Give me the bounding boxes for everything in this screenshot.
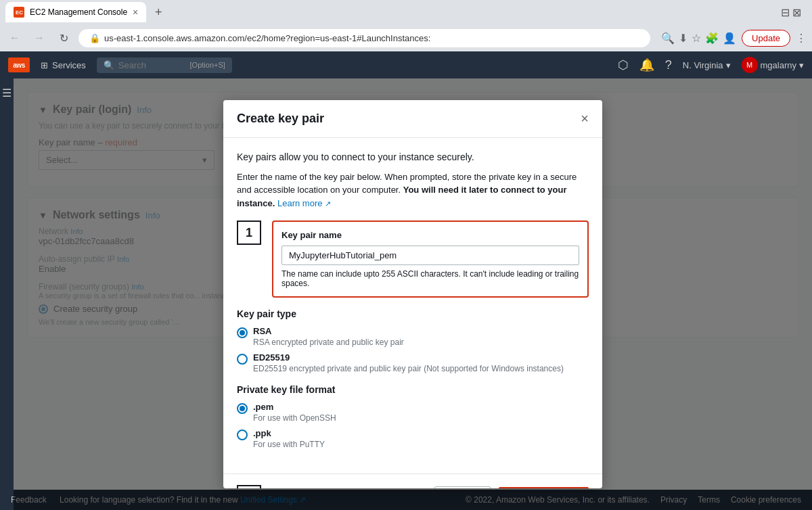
search-icon[interactable]: 🔍 [661, 32, 675, 45]
modal-header: Create key pair × [223, 100, 602, 138]
aws-nav-right: ⬡ 🔔 ? N. Virginia ▾ M mgalarny ▾ [618, 57, 804, 73]
private-key-format-title: Private key file format [237, 384, 589, 395]
keypair-type-title: Key pair type [237, 308, 589, 319]
aws-search-box[interactable]: 🔍 [Option+S] [97, 57, 232, 73]
keypair-type-section: Key pair type RSA RSA encrypted private … [237, 308, 589, 373]
help-icon[interactable]: ? [665, 58, 672, 72]
profile-icon[interactable]: 👤 [723, 32, 736, 45]
ppk-option[interactable]: .ppk For use with PuTTY [237, 428, 589, 449]
modal-close-button[interactable]: × [581, 111, 589, 126]
sidebar: ☰ [0, 78, 14, 510]
tab-favicon: EC [14, 7, 24, 18]
rsa-radio[interactable] [237, 327, 248, 338]
aws-nav-bar: aws ⊞ Services 🔍 [Option+S] ⬡ 🔔 ? N. Vir… [0, 51, 812, 78]
step-1-indicator: 1 [237, 221, 261, 245]
ed25519-label: ED25519 [253, 352, 564, 363]
maximize-icon[interactable]: ⊠ [792, 6, 801, 19]
keypair-name-input[interactable] [281, 246, 579, 265]
ppk-radio[interactable] [237, 430, 248, 440]
pem-option[interactable]: .pem For use with OpenSSH [237, 402, 589, 423]
modal-overlay: Create key pair × Key pairs allow you to… [14, 78, 812, 510]
ed25519-option-text: ED25519 ED25519 encrypted private and pu… [253, 352, 564, 373]
step-1-number: 1 [246, 226, 252, 240]
lock-icon: 🔒 [89, 33, 100, 43]
services-label: Services [52, 60, 86, 70]
grid-icon: ⊞ [41, 60, 48, 70]
browser-chrome: EC EC2 Management Console × + ⊟ ⊠ ← → ↻ … [0, 0, 812, 51]
url-text: us-east-1.console.aws.amazon.com/ec2/hom… [104, 33, 430, 43]
reload-button[interactable]: ↻ [54, 28, 73, 47]
user-menu[interactable]: M mgalarny ▾ [742, 57, 804, 73]
region-selector[interactable]: N. Virginia ▾ [683, 60, 731, 70]
keypair-name-section: Key pair name The name can include upto … [272, 221, 589, 298]
browser-window-controls: ⊟ ⊠ [781, 6, 807, 19]
user-chevron-icon: ▾ [799, 60, 804, 70]
modal-title: Create key pair [237, 112, 324, 126]
step-2-indicator: 2 [237, 485, 261, 488]
main-content: ☰ ▼ Key pair (login) Info You can use a … [0, 78, 812, 510]
step-2-container: 2 [237, 485, 261, 488]
tab-bar: EC EC2 Management Console × + ⊟ ⊠ [0, 0, 812, 24]
services-menu[interactable]: ⊞ Services [41, 60, 86, 70]
cancel-button[interactable]: Cancel [434, 486, 490, 488]
aws-logo-box: aws [8, 57, 30, 72]
learn-more-link[interactable]: Learn more ↗ [277, 198, 331, 208]
keypair-name-row: 1 Key pair name The name can include upt… [237, 221, 589, 308]
url-bar[interactable]: 🔒 us-east-1.console.aws.amazon.com/ec2/h… [78, 29, 650, 47]
create-keypair-button[interactable]: Create key pair [499, 487, 589, 488]
download-icon[interactable]: ⬇ [679, 32, 687, 45]
aws-logo-text: aws [13, 62, 24, 69]
sidebar-toggle-icon[interactable]: ☰ [2, 87, 12, 99]
region-label: N. Virginia [683, 60, 723, 70]
ed25519-radio[interactable] [237, 354, 248, 365]
cloudshell-icon[interactable]: ⬡ [618, 57, 629, 72]
extensions-icon[interactable]: 🧩 [705, 32, 719, 45]
pem-label: .pem [253, 402, 336, 412]
search-shortcut: [Option+S] [190, 61, 225, 69]
address-bar: ← → ↻ 🔒 us-east-1.console.aws.amazon.com… [0, 24, 812, 51]
ppk-option-text: .ppk For use with PuTTY [253, 428, 325, 449]
create-keypair-modal: Create key pair × Key pairs allow you to… [223, 100, 602, 488]
forward-button[interactable]: → [30, 28, 49, 47]
modal-footer: 2 Cancel Create key pair [223, 473, 602, 488]
active-tab[interactable]: EC EC2 Management Console × [5, 2, 146, 22]
svg-text:EC: EC [16, 9, 23, 16]
update-button[interactable]: Update [742, 30, 790, 47]
bookmark-icon[interactable]: ☆ [692, 32, 701, 45]
external-link-icon: ↗ [325, 200, 331, 208]
username-label: mgalarny [761, 60, 796, 70]
notifications-icon[interactable]: 🔔 [639, 57, 654, 72]
page-background: ▼ Key pair (login) Info You can use a ke… [14, 78, 812, 510]
tab-close-button[interactable]: × [133, 7, 138, 18]
minimize-icon[interactable]: ⊟ [781, 6, 790, 19]
learn-more-text: Learn more [277, 198, 322, 208]
modal-description: Enter the name of the key pair below. Wh… [237, 170, 589, 210]
private-key-format-section: Private key file format .pem For use wit… [237, 384, 589, 449]
tab-title: EC2 Management Console [30, 7, 127, 17]
keypair-name-label: Key pair name [281, 230, 579, 240]
ed25519-option[interactable]: ED25519 ED25519 encrypted private and pu… [237, 352, 589, 373]
modal-body: Key pairs allow you to connect to your i… [223, 138, 602, 474]
user-avatar: M [742, 57, 758, 73]
pem-option-text: .pem For use with OpenSSH [253, 402, 336, 423]
ppk-label: .ppk [253, 428, 325, 438]
ppk-description: For use with PuTTY [253, 440, 325, 449]
keypair-name-hint: The name can include upto 255 ASCII char… [281, 269, 579, 288]
rsa-label: RSA [253, 326, 404, 336]
region-chevron-icon: ▾ [726, 60, 731, 70]
new-tab-button[interactable]: + [149, 3, 168, 22]
rsa-option[interactable]: RSA RSA encrypted private and public key… [237, 326, 589, 347]
rsa-option-text: RSA RSA encrypted private and public key… [253, 326, 404, 347]
rsa-description: RSA encrypted private and public key pai… [253, 338, 404, 347]
more-options-icon[interactable]: ⋮ [796, 32, 807, 45]
aws-logo[interactable]: aws [8, 57, 30, 72]
modal-intro-text: Key pairs allow you to connect to your i… [237, 152, 589, 162]
search-input[interactable] [118, 60, 186, 70]
search-magnifier-icon: 🔍 [104, 60, 114, 70]
ed25519-description: ED25519 encrypted private and public key… [253, 364, 564, 373]
pem-radio[interactable] [237, 403, 248, 414]
pem-description: For use with OpenSSH [253, 413, 336, 423]
back-button[interactable]: ← [5, 28, 24, 47]
browser-toolbar-icons: 🔍 ⬇ ☆ 🧩 👤 [661, 32, 736, 45]
